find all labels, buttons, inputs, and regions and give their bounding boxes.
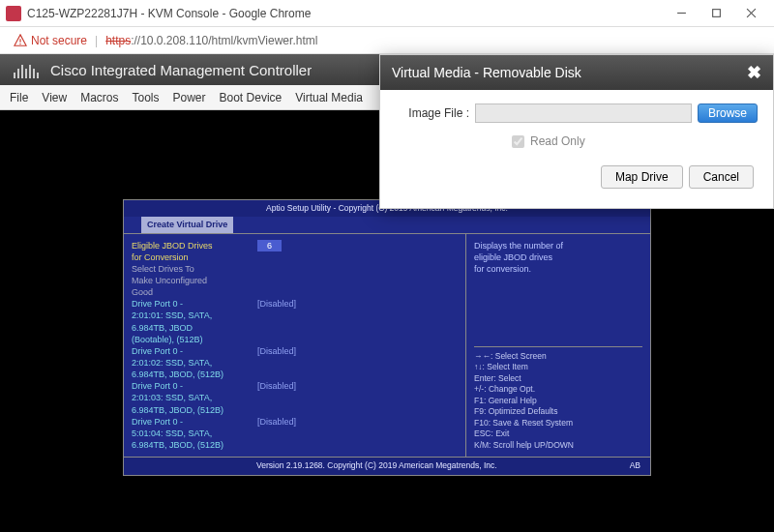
cisco-brand: Cisco: [50, 62, 87, 78]
menu-virtual-media[interactable]: Virtual Media: [295, 91, 363, 104]
bios-left-pane: Eligible JBOD Drives6 for Conversion Sel…: [124, 234, 466, 458]
menu-file[interactable]: File: [10, 91, 28, 104]
bios-right-pane: Displays the number of eligible JBOD dri…: [466, 234, 650, 458]
bios-tab: Create Virtual Drive: [141, 217, 233, 232]
image-file-input[interactable]: [475, 103, 692, 123]
url-text[interactable]: https://10.0.208.110/html/kvmViewer.html: [105, 34, 317, 47]
dialog-titlebar: Virtual Media - Removable Disk ✖: [380, 55, 773, 90]
image-file-label: Image File :: [396, 106, 469, 120]
read-only-label: Read Only: [530, 134, 585, 148]
url-protocol: https: [105, 34, 131, 47]
bios-selected-value[interactable]: 6: [257, 240, 282, 251]
svg-rect-1: [712, 10, 720, 17]
menu-tools[interactable]: Tools: [132, 91, 159, 104]
read-only-checkbox: [512, 135, 524, 148]
favicon: [6, 6, 21, 21]
minimize-button[interactable]: [664, 3, 699, 24]
bios-key-help: →←: Select Screen ↑↓: Select Item Enter:…: [474, 346, 642, 451]
url-bar: Not secure | https://10.0.208.110/html/k…: [0, 27, 774, 54]
virtual-media-dialog: Virtual Media - Removable Disk ✖ Image F…: [379, 54, 774, 209]
map-drive-button[interactable]: Map Drive: [601, 165, 683, 189]
cisco-product: Integrated Management Controller: [91, 62, 312, 78]
security-warning-text: Not secure: [31, 34, 87, 47]
window-title: C125-WZP22281J7H - KVM Console - Google …: [27, 7, 311, 20]
cisco-logo-icon: [14, 61, 41, 78]
maximize-button[interactable]: [699, 3, 733, 24]
svg-point-5: [19, 43, 20, 44]
browse-button[interactable]: Browse: [698, 103, 758, 123]
bios-footer: Version 2.19.1268. Copyright (C) 2019 Am…: [124, 458, 650, 474]
menu-macros[interactable]: Macros: [80, 91, 118, 104]
close-button[interactable]: [733, 3, 768, 24]
warning-icon: [14, 34, 27, 47]
dialog-close-icon[interactable]: ✖: [747, 62, 761, 83]
cancel-button[interactable]: Cancel: [689, 165, 754, 189]
menu-view[interactable]: View: [42, 91, 67, 104]
dialog-title: Virtual Media - Removable Disk: [392, 65, 581, 80]
menu-power[interactable]: Power: [173, 91, 206, 104]
security-warning[interactable]: Not secure: [14, 34, 87, 47]
urlbar-separator: |: [95, 34, 98, 47]
url-rest: ://10.0.208.110/html/kvmViewer.html: [131, 34, 317, 47]
bios-screen[interactable]: Aptio Setup Utility - Copyright (C) 2019…: [123, 199, 651, 476]
menu-boot-device[interactable]: Boot Device: [220, 91, 283, 104]
window-titlebar: C125-WZP22281J7H - KVM Console - Google …: [0, 0, 774, 27]
